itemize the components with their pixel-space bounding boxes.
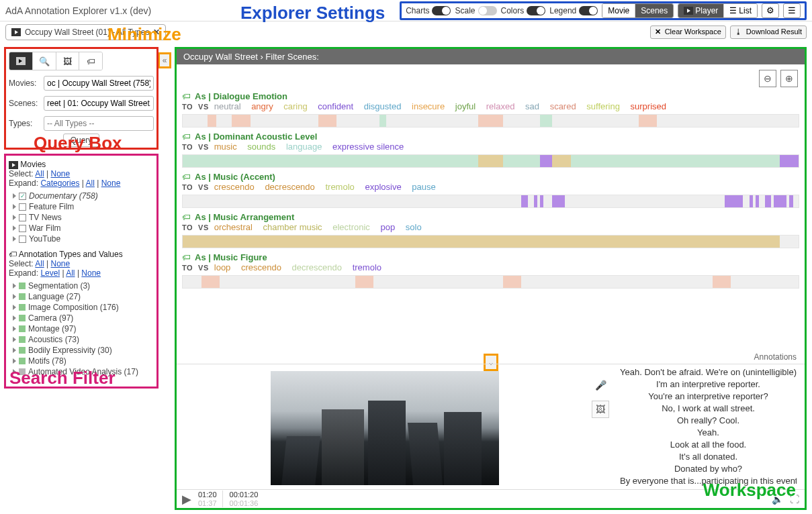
track-chunk[interactable] — [183, 155, 478, 167]
track-chunk[interactable] — [183, 236, 780, 248]
track-chunk[interactable] — [750, 195, 754, 207]
track-chunk[interactable] — [552, 195, 564, 207]
query-button[interactable]: Query — [63, 134, 100, 147]
movies-expand-none[interactable]: None — [101, 178, 121, 188]
track-chunk[interactable] — [552, 155, 571, 167]
clear-workspace-button[interactable]: ✕Clear Workspace — [650, 25, 726, 38]
track-chunk[interactable] — [201, 276, 220, 288]
video-frame[interactable] — [271, 371, 499, 485]
transcript-line: I'm an interpretive reporter. — [620, 379, 797, 389]
type-tree-item[interactable]: Image Composition (176) — [9, 302, 154, 313]
track-chunk[interactable] — [540, 115, 552, 127]
movies-select-all[interactable]: All — [35, 169, 44, 178]
checkbox[interactable] — [19, 214, 26, 221]
view-scenes-button[interactable]: Scenes — [635, 4, 673, 17]
frame-capture-button[interactable]: 🖼 — [592, 401, 609, 418]
track-chunk[interactable] — [571, 155, 780, 167]
track-chunk[interactable] — [521, 195, 527, 207]
track-chunk[interactable] — [780, 155, 799, 167]
types-select-none[interactable]: None — [51, 259, 71, 268]
type-tree-item[interactable]: Motifs (78) — [9, 356, 154, 366]
volume-icon[interactable]: 🔈 — [772, 494, 783, 505]
types-field[interactable] — [44, 116, 154, 131]
menu-button[interactable]: ☰ — [783, 3, 801, 18]
track-timeline[interactable] — [182, 154, 799, 168]
toggle-charts[interactable]: Charts — [406, 6, 451, 15]
type-tree-item[interactable]: Language (27) — [9, 291, 154, 302]
minimize-sidebar-button[interactable]: « — [158, 52, 171, 68]
types-select-all[interactable]: All — [35, 259, 44, 268]
type-tree-item[interactable]: Segmentation (3) — [9, 280, 154, 291]
toggle-legend[interactable]: Legend — [549, 6, 598, 15]
movies-expand-all[interactable]: All — [86, 178, 95, 188]
type-tree-item[interactable]: Camera (97) — [9, 313, 154, 323]
types-expand-level[interactable]: Level — [40, 268, 60, 278]
track-chunk[interactable] — [534, 195, 538, 207]
track-chunk[interactable] — [756, 195, 760, 207]
track-chunk[interactable] — [379, 115, 386, 127]
track-chunk[interactable] — [478, 115, 503, 127]
view-movie-button[interactable]: Movie — [602, 4, 635, 17]
track-timeline[interactable] — [182, 275, 799, 289]
movie-tree-item[interactable]: YouTube — [9, 234, 154, 244]
track-chunk[interactable] — [789, 195, 793, 207]
track-chunk[interactable] — [540, 195, 544, 207]
mode-list-button[interactable]: ☰List — [724, 4, 757, 17]
download-result-button[interactable]: ⭳Download Result — [730, 25, 807, 38]
annotations-toggle[interactable]: Annotations — [754, 352, 797, 362]
microphone-icon[interactable]: 🎤 — [592, 376, 609, 394]
scenes-field[interactable] — [44, 96, 154, 111]
movie-tree-item[interactable]: TV News — [9, 212, 154, 223]
type-tree-item[interactable]: Montage (97) — [9, 323, 154, 334]
movie-chip[interactable]: Occupy Wall Street (01) - All Types ✕ — [5, 24, 166, 40]
movie-tree-item[interactable]: Documentary (758) — [9, 191, 154, 201]
track-chunk[interactable] — [713, 276, 731, 288]
track-timeline[interactable] — [182, 195, 799, 208]
color-swatch — [19, 315, 26, 321]
types-expand-all[interactable]: All — [66, 268, 75, 278]
track-chunk[interactable] — [232, 115, 251, 127]
legend-value: pause — [412, 182, 435, 192]
chip-close-icon[interactable]: ✕ — [153, 28, 160, 37]
movie-tree-item[interactable]: Feature Film — [9, 201, 154, 212]
track-chunk[interactable] — [503, 276, 522, 288]
settings-gear-button[interactable]: ⚙ — [762, 3, 779, 18]
toggle-scale[interactable]: Scale — [455, 6, 496, 15]
movies-select-none[interactable]: None — [51, 169, 71, 178]
play-button[interactable]: ▶ — [182, 492, 191, 507]
track-chunk[interactable] — [318, 115, 337, 127]
movies-expand-categories[interactable]: Categories — [40, 178, 79, 188]
track-timeline[interactable] — [182, 235, 799, 248]
track-chunk[interactable] — [639, 115, 658, 127]
track-chunk[interactable] — [540, 155, 552, 167]
checkbox[interactable] — [19, 203, 26, 211]
zoom-out-button[interactable]: ⊖ — [759, 70, 776, 87]
type-tree-item[interactable]: Bodily Expressivity (30) — [9, 345, 154, 356]
zoom-in-button[interactable]: ⊕ — [780, 70, 798, 87]
track-chunk[interactable] — [765, 195, 771, 207]
checkbox[interactable] — [19, 193, 26, 200]
toggle-colors[interactable]: Colors — [501, 6, 546, 15]
track-chunk[interactable] — [725, 195, 743, 207]
type-tree-item[interactable]: Automated Video Analysis (17) — [9, 366, 154, 377]
track-chunk[interactable] — [355, 276, 374, 288]
checkbox[interactable] — [19, 236, 26, 243]
fullscreen-icon[interactable]: ⛶ — [790, 494, 799, 505]
track-chunk[interactable] — [503, 155, 540, 167]
view-segment[interactable]: Movie Scenes — [602, 3, 674, 18]
query-tab-tag[interactable]: 🏷 — [79, 52, 102, 70]
query-tab-search[interactable]: 🔍 — [33, 52, 56, 70]
movies-field[interactable] — [44, 76, 154, 91]
track-timeline[interactable] — [182, 114, 799, 127]
types-expand-none[interactable]: None — [81, 268, 101, 278]
query-tab-movies[interactable] — [9, 52, 33, 70]
track-chunk[interactable] — [208, 115, 217, 127]
checkbox[interactable] — [19, 225, 26, 232]
type-tree-item[interactable]: Acoustics (73) — [9, 334, 154, 345]
track-chunk[interactable] — [774, 195, 786, 207]
movie-tree-item[interactable]: War Film — [9, 223, 154, 234]
mode-player-button[interactable]: Player — [678, 4, 724, 17]
query-tab-image[interactable]: 🖼 — [56, 52, 80, 70]
track-chunk[interactable] — [478, 155, 503, 167]
mode-segment[interactable]: Player ☰List — [678, 3, 758, 18]
